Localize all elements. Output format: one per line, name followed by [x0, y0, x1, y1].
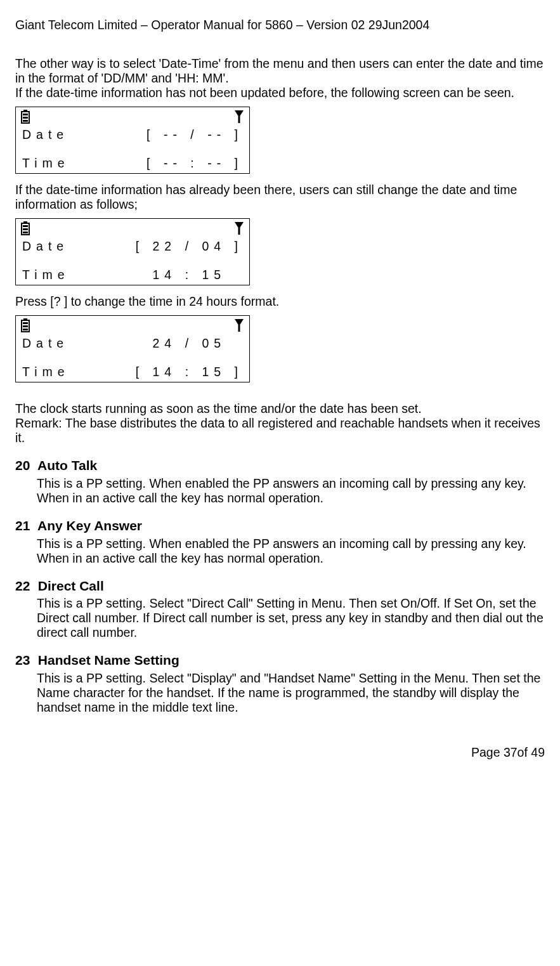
svg-rect-3: [23, 117, 28, 119]
svg-rect-16: [23, 329, 28, 330]
section-23-num: 23: [15, 653, 34, 669]
lcd1-date-label: Date: [22, 127, 68, 142]
lcd2-time-label: Time: [22, 268, 70, 282]
section-21-title: Any Key Answer: [37, 518, 142, 533]
section-23-title: Handset Name Setting: [38, 653, 179, 667]
lcd2-time-value: 14 : 15: [136, 268, 243, 282]
signal-icon: [234, 318, 244, 332]
lcd3-date-label: Date: [22, 336, 68, 351]
lcd1-time-label: Time: [22, 156, 70, 171]
page-header: Giant Telecom Limited – Operator Manual …: [15, 18, 545, 32]
after-paragraph-2: Remark: The base distributes the data to…: [15, 416, 545, 445]
svg-rect-15: [23, 325, 28, 327]
section-20-body: This is a PP setting. When enabled the P…: [37, 476, 545, 506]
svg-rect-14: [23, 322, 28, 324]
svg-rect-11: [238, 228, 240, 235]
section-20-title: Auto Talk: [37, 458, 97, 473]
intro-paragraph-2: If the date-time information has not bee…: [15, 86, 545, 100]
mid-paragraph-2: Press [? ] to change the time in 24 hour…: [15, 294, 545, 309]
lcd3-time-label: Time: [22, 365, 70, 379]
svg-rect-10: [23, 232, 28, 233]
svg-rect-9: [23, 228, 28, 230]
svg-rect-17: [238, 325, 240, 332]
section-20-heading: 20 Auto Talk: [15, 458, 545, 474]
intro-paragraph-1: The other way is to select 'Date-Time' f…: [15, 56, 545, 86]
section-21-heading: 21 Any Key Answer: [15, 518, 545, 534]
signal-icon: [234, 110, 244, 124]
lcd2-date-label: Date: [22, 239, 68, 254]
lcd-screen-1: Date [ -- / -- ] Time [ -- : -- ]: [15, 107, 250, 174]
page-footer: Page 37of 49: [15, 745, 545, 760]
lcd3-date-value: 24 / 05: [136, 336, 243, 351]
svg-rect-5: [238, 116, 240, 123]
section-23-body: This is a PP setting. Select "Display" a…: [37, 671, 545, 715]
lcd-screen-2: Date [ 22 / 04 ] Time 14 : 15: [15, 218, 250, 285]
lcd3-time-value: [ 14 : 15 ]: [136, 365, 243, 379]
signal-icon: [234, 221, 244, 235]
svg-rect-8: [23, 225, 28, 227]
svg-rect-2: [23, 114, 28, 115]
section-22-num: 22: [15, 578, 34, 594]
battery-icon: [21, 221, 30, 235]
section-22-title: Direct Call: [38, 578, 104, 593]
section-23-heading: 23 Handset Name Setting: [15, 653, 545, 669]
svg-rect-4: [23, 120, 28, 122]
battery-icon: [21, 318, 30, 332]
section-22-body: This is a PP setting. Select "Direct Cal…: [37, 596, 545, 640]
mid-paragraph-1: If the date-time information has already…: [15, 183, 545, 212]
lcd1-date-value: [ -- / -- ]: [147, 127, 243, 142]
section-21-num: 21: [15, 518, 34, 534]
lcd-screen-3: Date 24 / 05 Time [ 14 : 15 ]: [15, 315, 250, 382]
section-21-body: This is a PP setting. When enabled the P…: [37, 537, 545, 566]
battery-icon: [21, 110, 30, 124]
lcd2-date-value: [ 22 / 04 ]: [136, 239, 243, 254]
lcd1-time-value: [ -- : -- ]: [147, 156, 243, 171]
section-20-num: 20: [15, 458, 34, 474]
section-22-heading: 22 Direct Call: [15, 578, 545, 594]
after-paragraph-1: The clock starts running as soon as the …: [15, 401, 545, 416]
